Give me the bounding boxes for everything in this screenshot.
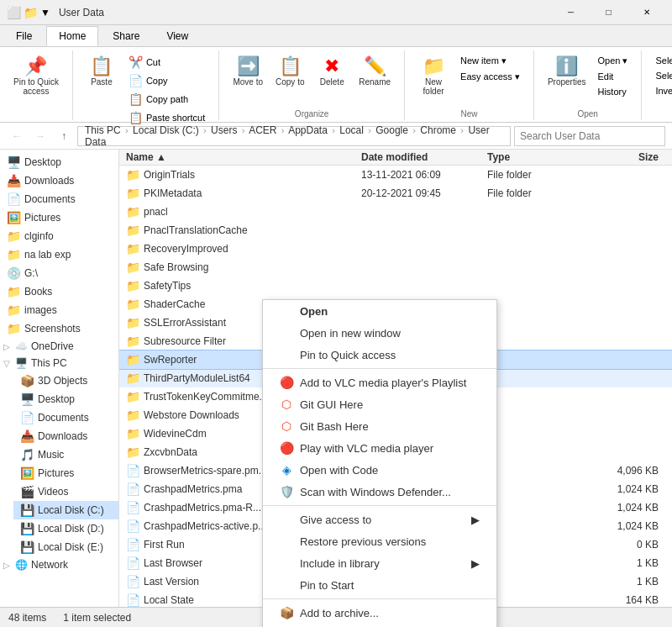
sidebar-item-books[interactable]: 📁 Books [0,282,118,301]
arrow-icon: ▶ [471,514,480,526]
file-icon: 📄 [126,519,140,533]
ctx-add-archive[interactable]: 📦 Add to archive... [263,602,496,624]
ctx-add-swreporter-rar[interactable]: 📦 Add to "SwReporter.rar" [263,624,496,627]
ctx-vlc-playlist[interactable]: 🔴 Add to VLC media player's Playlist [263,371,496,393]
sidebar-item-desktop-top[interactable]: 🖥️ Desktop [0,153,118,171]
sidebar-item-pictures-top[interactable]: 🖼️ Pictures [0,208,118,227]
paste-button[interactable]: 📋 Paste [81,54,122,90]
context-menu: Open Open in new window Pin to Quick acc… [262,299,497,627]
ctx-give-access[interactable]: Give access to ▶ [263,508,496,530]
col-header-date[interactable]: Date modified [361,151,487,163]
back-button[interactable]: ← [7,126,27,146]
copy-to-button[interactable]: 📋 Copy to [270,54,310,90]
forward-button[interactable]: → [30,126,50,146]
tab-home[interactable]: Home [46,26,98,46]
easy-access-button[interactable]: Easy access ▾ [455,70,525,84]
git-bash-icon: ⬡ [280,419,293,433]
ctx-open-vscode[interactable]: ◈ Open with Code [263,459,496,481]
col-header-type[interactable]: Type [487,151,571,163]
sidebar-item-downloads[interactable]: 📥 Downloads [13,427,118,445]
ctx-pin-quick-access[interactable]: Pin to Quick access [263,344,496,366]
sidebar-onedrive[interactable]: ▷ ☁️ OneDrive [0,338,118,355]
maximize-button[interactable]: □ [590,0,627,25]
new-label: New [460,106,477,119]
ctx-restore-versions[interactable]: Restore previous versions [263,530,496,552]
ctx-git-gui[interactable]: ⬡ Git GUI Here [263,393,496,415]
open-label: Open [577,106,597,119]
organize-label: Organize [295,106,329,119]
minimize-button[interactable]: ─ [552,0,590,25]
cut-button[interactable]: ✂️ Cut [123,54,210,71]
sidebar-item-3dobjects[interactable]: 📦 3D Objects [13,371,118,390]
ctx-vlc-play[interactable]: 🔴 Play with VLC media player [263,437,496,459]
sidebar-item-desktop[interactable]: 🖥️ Desktop [13,390,118,408]
folder-icon: 📁 [126,242,140,256]
invert-selection-button[interactable]: Invert selection [650,84,672,97]
pictures-icon: 🖼️ [7,211,21,224]
move-to-button[interactable]: ➡️ Move to [228,54,268,90]
select-none-button[interactable]: Select none [650,69,672,82]
file-row-pnacltranslationcache[interactable]: 📁PnaclTranslationCache [119,221,672,240]
ctx-open[interactable]: Open [263,300,496,322]
selected-count: 1 item selected [63,612,131,624]
search-input[interactable] [514,126,665,146]
ctx-open-new-window[interactable]: Open in new window [263,322,496,344]
select-all-button[interactable]: Select all [650,54,672,67]
sidebar-item-music[interactable]: 🎵 Music [13,445,118,464]
properties-button[interactable]: ℹ️ Properties [543,54,591,90]
ribbon-tabs: File Home Share View [0,25,672,47]
new-folder-button[interactable]: 📁 Newfolder [413,54,454,99]
file-row-safebrowsing[interactable]: 📁Safe Browsing [119,258,672,277]
file-row-safetytips[interactable]: 📁SafetyTips [119,277,672,295]
file-row-pnacl[interactable]: 📁pnacl [119,203,672,221]
sidebar-item-nalabexp[interactable]: 📁 na lab exp [0,245,118,264]
close-button[interactable]: ✕ [627,0,665,25]
vlc-play-icon: 🔴 [280,441,293,455]
file-icon: 📄 [126,538,140,551]
window-title: User Data [59,7,104,18]
sidebar-item-local-disk-c[interactable]: 💾 Local Disk (C:) [13,501,118,519]
open-dropdown-button[interactable]: Open ▾ [592,54,633,68]
ctx-pin-start[interactable]: Pin to Start [263,574,496,596]
tab-share[interactable]: Share [100,26,152,46]
sidebar-item-screenshots[interactable]: 📁 Screenshots [0,319,118,338]
delete-button[interactable]: ✖ Delete [312,54,352,90]
edit-button[interactable]: Edit [592,70,633,83]
sidebar-item-local-disk-d[interactable]: 💾 Local Disk (D:) [13,519,118,538]
ctx-divider-2 [263,505,496,506]
sidebar-thispc[interactable]: ▽ 🖥️ This PC [0,355,118,371]
defender-icon: 🛡️ [280,485,293,498]
folder-icon: 📁 [126,298,140,311]
sidebar-item-documents[interactable]: 📄 Documents [13,408,118,427]
col-header-size[interactable]: Size [571,151,665,163]
rename-button[interactable]: ✏️ Rename [354,54,396,90]
file-row-origintrials[interactable]: 📁OriginTrials 13-11-2021 06:09 File fold… [119,166,672,184]
sidebar-item-pictures[interactable]: 🖼️ Pictures [13,464,118,482]
sidebar-item-documents-top[interactable]: 📄 Documents [0,190,118,208]
ctx-git-bash[interactable]: ⬡ Git Bash Here [263,415,496,437]
history-button[interactable]: History [592,85,633,98]
ctx-include-library[interactable]: Include in library ▶ [263,552,496,574]
sidebar-item-local-disk-e[interactable]: 💾 Local Disk (E:) [13,538,118,556]
sidebar-item-g-drive[interactable]: 💿 G:\ [0,264,118,282]
ribbon-clipboard-group: 📋 Paste ✂️ Cut 📄 Copy 📋 Copy path 📋 [73,50,219,120]
col-header-name[interactable]: Name ▲ [126,151,361,163]
up-button[interactable]: ↑ [54,126,74,146]
file-row-recoveryimproved[interactable]: 📁RecoveryImproved [119,240,672,258]
pin-to-quick-access-button[interactable]: 📌 Pin to Quickaccess [8,54,64,99]
sidebar-item-images[interactable]: 📁 images [0,301,118,319]
new-item-button[interactable]: New item ▾ [455,54,525,68]
address-bar[interactable]: This PC › Local Disk (C:) › Users › ACER… [77,126,511,146]
file-row-pkimetadata[interactable]: 📁PKIMetadata 20-12-2021 09:45 File folde… [119,184,672,203]
organize-buttons: ➡️ Move to 📋 Copy to ✖ Delete ✏️ Rename [226,52,397,106]
copy-path-button[interactable]: 📋 Copy path [123,91,210,108]
sidebar-item-clginfo[interactable]: 📁 clginfo [0,227,118,245]
copy-button[interactable]: 📄 Copy [123,72,210,89]
ctx-windows-defender[interactable]: 🛡️ Scan with Windows Defender... [263,481,496,503]
sidebar-network[interactable]: ▷ 🌐 Network [0,556,118,573]
sidebar-item-videos[interactable]: 🎬 Videos [13,482,118,501]
tab-view[interactable]: View [154,26,201,46]
tab-file[interactable]: File [3,26,45,46]
sidebar-item-downloads-top[interactable]: 📥 Downloads [0,171,118,190]
onedrive-icon: ☁️ [15,340,28,352]
